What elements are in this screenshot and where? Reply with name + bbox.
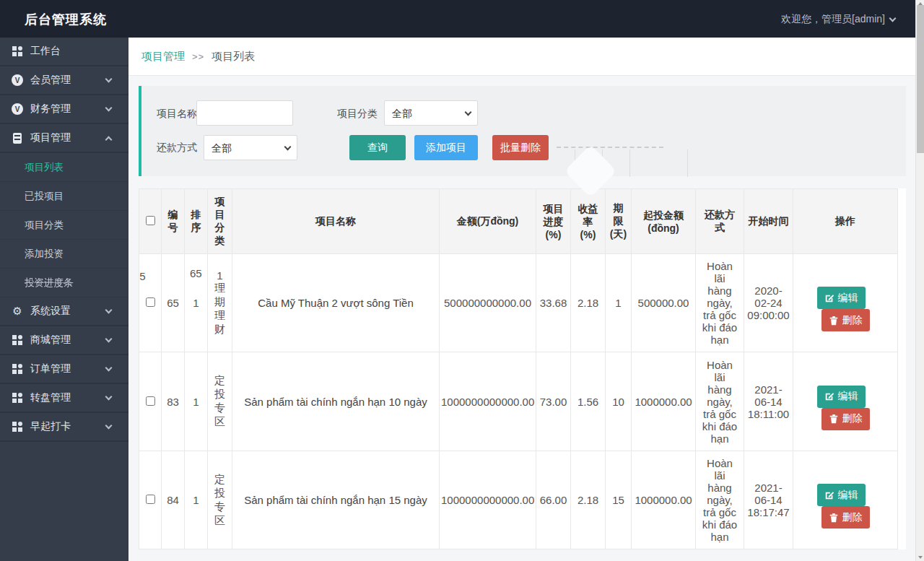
- project-table: 编 号 排 序 项 目 分 类 项目名称 金额(万đồng) 项目 进度 (%)…: [139, 188, 898, 549]
- chevron-down-icon: [105, 105, 113, 112]
- edit-button[interactable]: 编辑: [817, 386, 866, 408]
- render-artifact: [629, 149, 630, 177]
- row-checkbox[interactable]: [146, 396, 155, 406]
- sidebar-item-members[interactable]: V 会员管理: [0, 66, 128, 95]
- grid-icon: [12, 334, 23, 346]
- row-checkbox[interactable]: [146, 495, 155, 504]
- cell-progress: 66.00: [536, 451, 571, 549]
- sidebar-item-label: 转盘管理: [30, 391, 71, 404]
- sidebar-item-label: 订单管理: [30, 362, 71, 375]
- cell-start-time: 2021- 06-14 18:11:00: [744, 352, 793, 451]
- row-checkbox-cell: [139, 549, 162, 550]
- cell-name: Cầu Mỹ Thuận 2 vượt sông Tiền: [232, 254, 440, 352]
- sidebar-item-checkin[interactable]: 早起打卡: [0, 413, 128, 442]
- main-content: 项目管理 >> 项目列表 项目名称 项目分类 全部 还款方式 全部 查询 添加项…: [128, 38, 924, 561]
- sidebar-item-finance[interactable]: V 财务管理: [0, 95, 128, 124]
- project-name-label: 项目名称: [157, 108, 197, 121]
- project-name-input[interactable]: [196, 100, 293, 126]
- sidebar-item-projects[interactable]: 项目管理: [0, 124, 128, 153]
- sidebar-item-invested-projects[interactable]: 已投项目: [0, 182, 128, 211]
- vertical-scrollbar[interactable]: [915, 0, 924, 561]
- edit-button[interactable]: 编辑: [817, 287, 866, 309]
- finance-icon: V: [12, 103, 23, 115]
- header-name: 项目名称: [232, 189, 440, 254]
- cell-sort: 1 65: [185, 254, 208, 352]
- cell-rate: 1.56: [571, 352, 606, 451]
- repay-method-label: 还款方式: [157, 142, 197, 155]
- scrollbar-thumb[interactable]: [917, 5, 924, 153]
- header-amount: 金额(万đồng): [440, 189, 536, 254]
- row-checkbox[interactable]: [146, 297, 155, 307]
- cell-no: 65: [162, 254, 185, 352]
- sidebar-item-label: 工作台: [30, 45, 61, 58]
- grid-icon: [12, 363, 23, 375]
- cell-repay: Hoàn lãi hàng ngày, trả gốc khi đáo hạn: [696, 352, 744, 451]
- sidebar-item-label: 早起打卡: [30, 420, 71, 433]
- cell-repay: Hoàn lãi hàng ngày, trả gốc khi đáo hạn: [696, 451, 744, 549]
- sidebar-item-project-list[interactable]: 项目列表: [0, 153, 128, 182]
- topbar: 后台管理系统 欢迎您，管理员[admin]: [0, 0, 924, 38]
- header-rate: 收益 率 (%): [571, 189, 606, 254]
- header-no: 编 号: [162, 189, 185, 254]
- cell-min-invest: 1000000.00: [632, 352, 696, 451]
- chevron-down-icon: [105, 76, 113, 83]
- cell-category: 1 理 期 理 财: [208, 254, 232, 352]
- header-start-time: 开始时间: [744, 189, 793, 254]
- cell-progress: 73.00: [536, 352, 571, 451]
- welcome-text: 欢迎您，管理员[admin]: [781, 13, 885, 26]
- sidebar-item-label: 商城管理: [30, 334, 71, 347]
- header-repay: 还款方 式: [696, 189, 744, 254]
- cell-actions: 编辑 删除: [793, 451, 898, 549]
- select-all-checkbox[interactable]: [146, 216, 155, 225]
- filter-panel: 项目名称 项目分类 全部 还款方式 全部 查询 添加项目 批量删除: [139, 86, 906, 176]
- search-button[interactable]: 查询: [349, 135, 406, 160]
- cell-amount: 1000000000000.00: [440, 352, 536, 451]
- chevron-down-icon: [105, 336, 113, 343]
- chevron-up-icon: [105, 136, 113, 143]
- chevron-down-icon: [105, 422, 113, 430]
- batch-delete-button[interactable]: 批量删除: [492, 135, 549, 160]
- grid-icon: [12, 392, 23, 404]
- cell-no: 83: [162, 352, 185, 451]
- add-project-button[interactable]: 添加项目: [414, 135, 478, 160]
- cell-term: 15: [606, 451, 632, 549]
- sidebar-item-workbench[interactable]: 工作台: [0, 38, 128, 66]
- cell-actions: 编辑 删除: [793, 254, 898, 352]
- scroll-down-arrow-icon[interactable]: [918, 556, 923, 559]
- cell-category: 定 投 专 区: [208, 352, 232, 451]
- edit-button[interactable]: 编辑: [817, 484, 866, 506]
- header-progress: 项目 进度 (%): [536, 189, 571, 254]
- project-category-select[interactable]: 全部: [384, 100, 478, 126]
- sidebar-item-orders[interactable]: 订单管理: [0, 355, 128, 384]
- user-menu[interactable]: 欢迎您，管理员[admin]: [781, 13, 895, 26]
- repay-method-select[interactable]: 全部: [204, 135, 297, 160]
- sidebar-submenu-projects: 项目列表 已投项目 项目分类 添加投资 投资进度条: [0, 153, 128, 297]
- header-sort: 排 序: [185, 189, 208, 254]
- sidebar-item-wheel[interactable]: 转盘管理: [0, 384, 128, 413]
- sidebar-item-mall[interactable]: 商城管理: [0, 326, 128, 355]
- table-row: 83 1 定 投 专 区 Sản phẩm tài chính ngắn hạn…: [139, 352, 898, 451]
- sidebar-item-label: 项目管理: [30, 131, 71, 144]
- chevron-down-icon: [105, 393, 113, 401]
- sidebar-item-investment-progress[interactable]: 投资进度条: [0, 269, 128, 297]
- breadcrumb-section[interactable]: 项目管理: [141, 50, 185, 64]
- sidebar: 工作台 V 会员管理 V 财务管理 项目管理 项目列表 已投项目 项目分类 添加…: [0, 38, 128, 561]
- sidebar-item-label: 系统设置: [30, 305, 71, 318]
- cell-category: 定 投 专 区: [208, 451, 232, 549]
- row-checkbox-cell: [139, 451, 162, 549]
- sidebar-item-add-investment[interactable]: 添加投资: [0, 240, 128, 269]
- sidebar-item-settings[interactable]: ⚙ 系统设置: [0, 297, 128, 326]
- trash-icon: [829, 316, 839, 326]
- breadcrumb-page: 项目列表: [212, 50, 255, 64]
- delete-button[interactable]: 删除: [821, 309, 870, 331]
- cell-sort: 1: [185, 451, 208, 549]
- header-category: 项 目 分 类: [208, 189, 232, 254]
- delete-button[interactable]: 删除: [821, 408, 870, 430]
- cell-name: Sản phẩm tài chính ngắn hạn 15 ngày: [232, 451, 440, 549]
- sidebar-item-project-categories[interactable]: 项目分类: [0, 211, 128, 240]
- render-artifact: [687, 149, 688, 177]
- trash-icon: [829, 513, 839, 523]
- cell-amount: 500000000000.00: [440, 254, 536, 352]
- delete-button[interactable]: 删除: [821, 506, 870, 529]
- cell-rate: 2.18: [571, 451, 606, 549]
